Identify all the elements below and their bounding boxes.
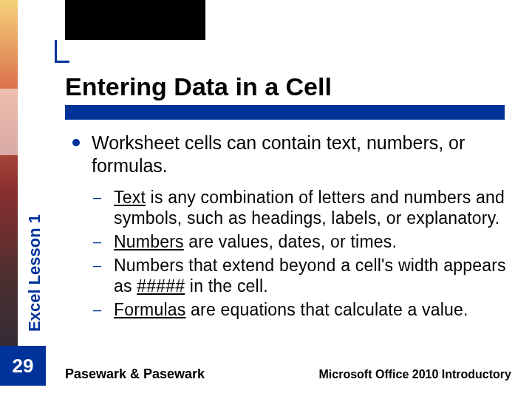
bullet-dot-icon bbox=[72, 139, 80, 146]
dash-icon: – bbox=[93, 299, 114, 320]
footer-right: Microsoft Office 2010 Introductory bbox=[319, 368, 512, 381]
sub-bullet: – Numbers that extend beyond a cell's wi… bbox=[93, 255, 508, 296]
sub-bullet-rest: in the cell. bbox=[185, 276, 268, 296]
main-bullet-text: Worksheet cells can contain text, number… bbox=[92, 132, 508, 177]
sub-bullet-rest: are equations that calculate a value. bbox=[185, 300, 468, 319]
dash-icon: – bbox=[93, 255, 114, 296]
sub-bullet-rest: is any combination of letters and number… bbox=[114, 188, 505, 228]
sub-bullet: – Formulas are equations that calculate … bbox=[93, 299, 508, 320]
slide-title: Entering Data in a Cell bbox=[65, 72, 332, 101]
decorative-vertical-strip bbox=[0, 0, 18, 377]
title-corner-horizontal bbox=[55, 61, 69, 63]
content-area: Worksheet cells can contain text, number… bbox=[72, 132, 508, 323]
sub-bullet-list: – Text is any combination of letters and… bbox=[93, 187, 508, 320]
footer-left: Pasewark & Pasewark bbox=[65, 366, 205, 382]
underlined-term: Numbers bbox=[114, 232, 184, 251]
course-label: Excel Lesson 1 bbox=[25, 200, 41, 347]
slide: Entering Data in a Cell Excel Lesson 1 W… bbox=[0, 0, 532, 399]
title-corner-vertical bbox=[55, 40, 57, 61]
sub-bullet: – Text is any combination of letters and… bbox=[93, 187, 508, 228]
sub-bullet-rest: are values, dates, or times. bbox=[184, 232, 397, 251]
dash-icon: – bbox=[93, 231, 114, 252]
sub-bullet-text: Text is any combination of letters and n… bbox=[114, 187, 508, 228]
sub-bullet: – Numbers are values, dates, or times. bbox=[93, 231, 508, 252]
title-underline-bar bbox=[65, 105, 505, 120]
underlined-term: ##### bbox=[137, 276, 185, 296]
underlined-term: Formulas bbox=[114, 300, 185, 319]
header-black-box bbox=[65, 0, 205, 40]
main-bullet: Worksheet cells can contain text, number… bbox=[72, 132, 508, 177]
sub-bullet-text: Numbers are values, dates, or times. bbox=[114, 231, 397, 252]
sub-bullet-text: Formulas are equations that calculate a … bbox=[114, 299, 468, 320]
underlined-term: Text bbox=[114, 188, 146, 207]
decorative-vertical-strip-highlight bbox=[0, 89, 18, 155]
dash-icon: – bbox=[93, 187, 114, 228]
sub-bullet-text: Numbers that extend beyond a cell's widt… bbox=[114, 255, 508, 296]
page-number: 29 bbox=[0, 346, 46, 386]
